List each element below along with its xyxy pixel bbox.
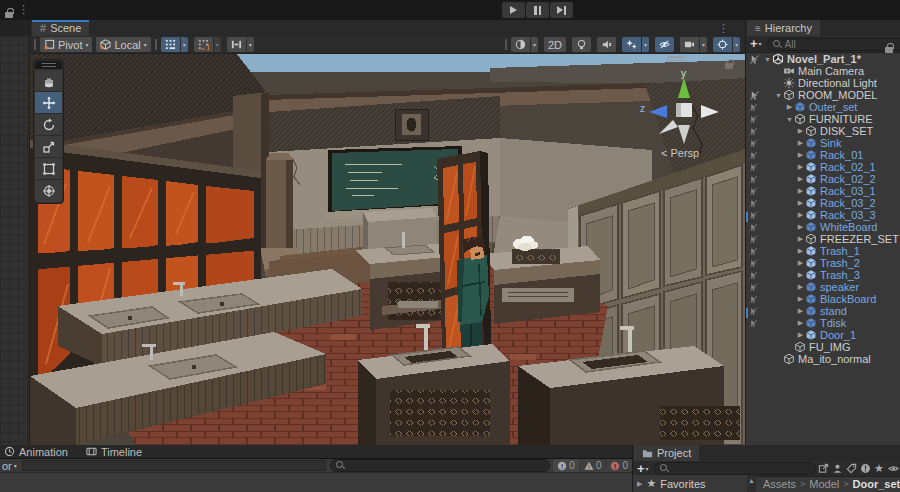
row-gutter[interactable] — [746, 211, 763, 220]
expand-arrow-icon[interactable]: ▶ — [796, 211, 805, 219]
expand-arrow-icon[interactable]: ▶ — [796, 139, 805, 147]
picking-disabled-icon[interactable] — [749, 223, 758, 232]
expand-arrow-icon[interactable]: ▶ — [796, 307, 805, 315]
row-gutter[interactable] — [746, 115, 763, 124]
play-button[interactable] — [502, 2, 525, 18]
picking-disabled-icon[interactable] — [749, 247, 758, 256]
breadcrumb-door_set[interactable]: Door_set — [853, 478, 900, 490]
picking-disabled-icon[interactable] — [749, 259, 758, 268]
picking-disabled-icon[interactable] — [749, 127, 758, 136]
picking-disabled-icon[interactable] — [749, 235, 758, 244]
y-axis-cone[interactable] — [678, 78, 690, 98]
row-gutter[interactable] — [746, 139, 763, 148]
picking-disabled-icon[interactable] — [749, 295, 758, 304]
expand-arrow-icon[interactable]: ▶ — [796, 259, 805, 267]
pause-button[interactable] — [526, 2, 549, 18]
hierarchy-item-outer-set[interactable]: ▶Outer_set — [746, 101, 900, 113]
create-dropdown-icon[interactable]: ▾ — [759, 41, 762, 47]
project-search[interactable] — [654, 462, 816, 475]
row-gutter[interactable] — [746, 175, 763, 184]
tab-hierarchy[interactable]: ≡ Hierarchy — [747, 20, 820, 36]
breadcrumb[interactable]: Assets>Model>Door_set — [763, 478, 900, 490]
row-gutter[interactable] — [746, 271, 763, 280]
expand-arrow-icon[interactable]: ▶ — [637, 480, 642, 488]
hierarchy-item-rack-03-3[interactable]: ▶Rack_03_3 — [746, 209, 900, 221]
hierarchy-item-trash-1[interactable]: ▶Trash_1 — [746, 245, 900, 257]
project-search-input[interactable] — [672, 463, 810, 474]
row-gutter[interactable] — [746, 163, 763, 172]
breadcrumb-assets[interactable]: Assets — [763, 478, 796, 490]
local-button[interactable]: Local ▾ — [96, 37, 150, 52]
z-axis-cone[interactable] — [649, 105, 667, 118]
expand-arrow-icon[interactable]: ▶ — [796, 187, 805, 195]
kebab-menu-icon[interactable]: ⋮ — [18, 4, 29, 14]
row-gutter[interactable] — [746, 307, 763, 316]
hierarchy-search[interactable] — [767, 38, 900, 51]
scene-effects-button[interactable] — [622, 37, 641, 52]
move-tool-button[interactable] — [35, 92, 62, 114]
hierarchy-item-trash-3[interactable]: ▶Trash_3 — [746, 269, 900, 281]
project-scrollbar[interactable]: ▲ — [747, 476, 756, 492]
picking-disabled-icon[interactable] — [749, 187, 758, 196]
truncated-dropdown[interactable]: or — [2, 460, 12, 472]
picking-disabled-icon[interactable] — [749, 307, 758, 316]
console-search-input[interactable] — [348, 460, 545, 471]
picking-disabled-icon[interactable] — [749, 319, 758, 328]
overlay-drag-handle[interactable] — [35, 61, 62, 69]
visibility-button[interactable] — [886, 462, 900, 475]
snap-increment-dropdown[interactable]: ▾ — [214, 37, 221, 52]
hierarchy-item-stand[interactable]: ▶stand — [746, 305, 900, 317]
hierarchy-item-door-1[interactable]: ▶Door_1 — [746, 329, 900, 341]
scene-audio-button[interactable] — [597, 37, 616, 52]
expand-arrow-icon[interactable]: ▶ — [796, 235, 805, 243]
hierarchy-search-input[interactable] — [785, 39, 900, 50]
row-gutter[interactable] — [746, 90, 763, 101]
picking-disabled-icon[interactable] — [749, 163, 758, 172]
hierarchy-item-sink[interactable]: ▶Sink — [746, 137, 900, 149]
expand-arrow-icon[interactable]: ▶ — [796, 271, 805, 279]
hierarchy-item-room-model[interactable]: ▼ROOM_MODEL — [746, 89, 900, 101]
row-gutter[interactable] — [746, 151, 763, 160]
picking-disabled-icon[interactable] — [749, 271, 758, 280]
project-create-button[interactable]: + — [637, 463, 645, 475]
search-by-type-button[interactable] — [830, 462, 844, 475]
create-object-button[interactable]: + — [750, 38, 758, 50]
hierarchy-item-rack-02-2[interactable]: ▶Rack_02_2 — [746, 173, 900, 185]
hierarchy-item-directional-light[interactable]: Directional Light — [746, 77, 900, 89]
x-axis-cone[interactable] — [701, 105, 719, 118]
hierarchy-item-tdisk[interactable]: ▶Tdisk — [746, 317, 900, 329]
shading-mode-button[interactable] — [511, 37, 530, 52]
expand-arrow-icon[interactable]: ▼ — [774, 92, 783, 99]
hierarchy-item-main-camera[interactable]: Main Camera — [746, 65, 900, 77]
hierarchy-item-freezer-set[interactable]: ▶FREEZER_SET — [746, 233, 900, 245]
project-create-dropdown-icon[interactable]: ▾ — [646, 466, 649, 472]
hierarchy-item-rack-02-1[interactable]: ▶Rack_02_1 — [746, 161, 900, 173]
snap-increment-button[interactable] — [194, 37, 213, 52]
tab-scene[interactable]: # Scene — [32, 20, 89, 36]
pivot-button[interactable]: Pivot ▾ — [40, 37, 92, 52]
console-field[interactable] — [22, 460, 326, 471]
tab-timeline[interactable]: Timeline — [86, 446, 142, 458]
snap-move-button[interactable] — [227, 37, 246, 52]
expand-arrow-icon[interactable]: ▶ — [796, 331, 805, 339]
row-gutter[interactable] — [746, 319, 763, 328]
scene-lighting-button[interactable] — [572, 37, 591, 52]
lock-icon[interactable] — [5, 11, 13, 18]
picking-disabled-icon[interactable] — [749, 115, 758, 124]
scroll-up-icon[interactable]: ▲ — [748, 476, 755, 492]
grid-visibility-button[interactable] — [161, 37, 180, 52]
snap-move-dropdown[interactable]: ▾ — [247, 37, 254, 52]
tab-project[interactable]: Project — [634, 445, 699, 461]
expand-arrow-icon[interactable]: ▼ — [763, 56, 772, 63]
picking-disabled-icon[interactable] — [749, 90, 760, 101]
hierarchy-item-disk-set[interactable]: ▶DISK_SET — [746, 125, 900, 137]
row-gutter[interactable] — [746, 283, 763, 292]
hierarchy-item-speaker[interactable]: ▶speaker — [746, 281, 900, 293]
row-gutter[interactable] — [746, 103, 763, 112]
expand-arrow-icon[interactable]: ▶ — [796, 295, 805, 303]
row-gutter[interactable] — [746, 199, 763, 208]
scale-tool-button[interactable] — [35, 136, 62, 158]
shading-dropdown[interactable]: ▾ — [531, 37, 538, 52]
picking-disabled-icon[interactable] — [749, 175, 758, 184]
favorites-item[interactable]: ▶ ★ Favorites — [637, 477, 747, 490]
